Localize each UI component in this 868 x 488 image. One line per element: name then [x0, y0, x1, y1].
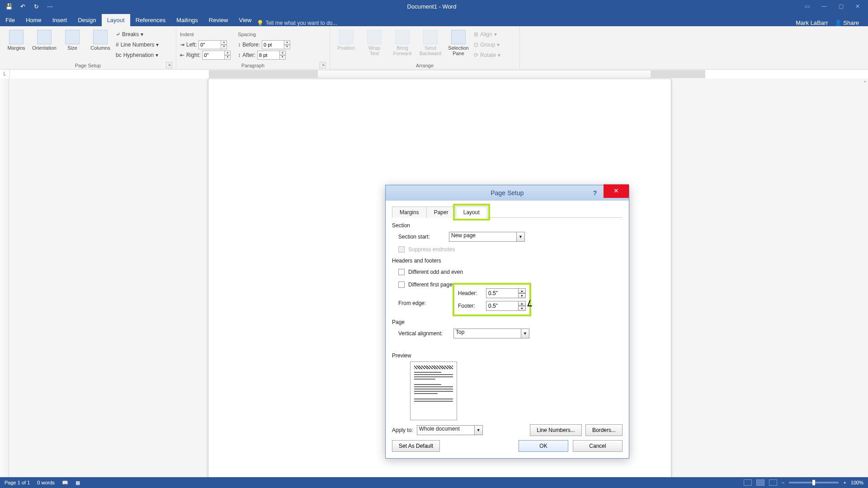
spacing-after-up[interactable]: ▲: [280, 51, 286, 55]
status-page[interactable]: Page 1 of 1: [5, 480, 30, 485]
indent-left-input[interactable]: [198, 40, 221, 49]
spacing-header: Spacing: [238, 30, 290, 39]
apply-to-combo[interactable]: Whole document▼: [417, 425, 483, 435]
ribbon-tabs: File Home Insert Design Layout Reference…: [0, 13, 868, 26]
indent-right-up[interactable]: ▲: [225, 51, 231, 55]
dialog-title-bar[interactable]: Page Setup ? ✕: [386, 185, 629, 201]
document-area: ˄ Page Setup ? ✕ Margins Paper Layout Se…: [0, 79, 868, 477]
indent-left-label: Left:: [186, 42, 197, 48]
from-edge-highlight: Header: ▲▼ Footer: ▲▼: [453, 283, 531, 316]
indent-right-down[interactable]: ▼: [225, 55, 231, 60]
minimize-icon[interactable]: —: [821, 3, 827, 9]
indent-header: Indent: [180, 30, 231, 39]
spacing-before-label: Before:: [242, 42, 260, 48]
quick-access: 💾 ↶ ↻ ⋯: [0, 3, 59, 10]
indent-right-input[interactable]: [202, 51, 225, 60]
tell-me[interactable]: 💡 Tell me what you want to do...: [257, 20, 796, 26]
spacing-after-input[interactable]: [257, 51, 280, 60]
cancel-button[interactable]: Cancel: [573, 440, 623, 452]
qat-more-icon[interactable]: ⋯: [46, 3, 53, 10]
group-label-paragraph: Paragraph: [241, 63, 264, 68]
tab-mailings[interactable]: Mailings: [171, 14, 203, 26]
zoom-in-icon[interactable]: +: [843, 480, 846, 485]
orientation-button[interactable]: Orientation: [32, 28, 57, 51]
group-label-page-setup: Page Setup: [75, 63, 101, 68]
group-label-arrange: Arrange: [416, 63, 434, 68]
vertical-ruler[interactable]: [0, 79, 9, 477]
valign-combo[interactable]: Top▼: [453, 328, 529, 338]
zoom-level[interactable]: 100%: [851, 480, 863, 485]
maximize-icon[interactable]: ▢: [839, 3, 844, 9]
spacing-after-down[interactable]: ▼: [280, 55, 286, 60]
diff-first-checkbox[interactable]: [398, 282, 405, 288]
columns-button[interactable]: Columns: [88, 28, 113, 51]
paragraph-launcher[interactable]: ⇲: [320, 62, 326, 68]
tab-review[interactable]: Review: [203, 14, 234, 26]
set-default-button[interactable]: Set As Default: [392, 440, 440, 452]
footer-down[interactable]: ▼: [519, 306, 526, 311]
dialog-title: Page Setup: [491, 189, 524, 197]
spacing-before-input[interactable]: [262, 40, 284, 49]
indent-left-down[interactable]: ▼: [221, 45, 227, 49]
ok-button[interactable]: OK: [519, 440, 568, 452]
margins-button[interactable]: Margins: [4, 28, 29, 51]
zoom-slider[interactable]: [789, 482, 839, 483]
macro-icon[interactable]: ▦: [75, 480, 80, 486]
spacing-before-up[interactable]: ▲: [284, 40, 290, 45]
tab-home[interactable]: Home: [20, 14, 47, 26]
size-button[interactable]: Size: [60, 28, 85, 51]
dialog-tab-paper[interactable]: Paper: [426, 206, 456, 218]
redo-icon[interactable]: ↻: [33, 3, 40, 10]
user-name[interactable]: Mark LaBarr: [796, 19, 828, 26]
section-start-combo[interactable]: New page▼: [449, 232, 525, 242]
header-up[interactable]: ▲: [519, 288, 526, 293]
dialog-tab-margins[interactable]: Margins: [392, 206, 427, 218]
share-button[interactable]: 👤 Share: [835, 19, 859, 26]
chevron-down-icon[interactable]: ▼: [517, 232, 525, 242]
spacing-before-down[interactable]: ▼: [284, 45, 290, 49]
status-words[interactable]: 0 words: [37, 480, 55, 485]
print-layout-icon[interactable]: [756, 479, 764, 486]
ruler-area: L: [0, 70, 868, 79]
horizontal-ruler[interactable]: [209, 70, 705, 78]
zoom-out-icon[interactable]: −: [782, 480, 784, 485]
line-numbers-dialog-button[interactable]: Line Numbers...: [530, 424, 582, 436]
chevron-down-icon[interactable]: ▼: [521, 328, 529, 338]
header-down[interactable]: ▼: [519, 293, 526, 298]
line-numbers-button[interactable]: # Line Numbers ▾: [116, 40, 159, 49]
header-input[interactable]: [486, 288, 519, 298]
close-icon[interactable]: ✕: [604, 184, 629, 198]
footer-up[interactable]: ▲: [519, 301, 526, 306]
borders-dialog-button[interactable]: Borders...: [585, 424, 623, 436]
spellcheck-icon[interactable]: 📖: [62, 480, 68, 486]
document-title: Document1 - Word: [59, 3, 805, 10]
help-icon[interactable]: ?: [590, 188, 600, 198]
web-layout-icon[interactable]: [769, 479, 777, 486]
save-icon[interactable]: 💾: [5, 3, 13, 10]
tab-insert[interactable]: Insert: [47, 14, 73, 26]
apply-to-label: Apply to:: [392, 427, 413, 433]
chevron-down-icon[interactable]: ▼: [475, 425, 483, 435]
selection-pane-button[interactable]: Selection Pane: [446, 28, 471, 56]
indent-left-up[interactable]: ▲: [221, 40, 227, 45]
diff-odd-even-checkbox[interactable]: [398, 269, 405, 275]
tab-layout[interactable]: Layout: [102, 14, 130, 26]
footer-input[interactable]: [486, 301, 519, 311]
undo-icon[interactable]: ↶: [19, 3, 26, 10]
read-mode-icon[interactable]: [744, 479, 752, 486]
page-setup-launcher[interactable]: ⇲: [166, 62, 172, 68]
diff-first-label: Different first page: [408, 282, 453, 288]
tab-design[interactable]: Design: [72, 14, 101, 26]
tab-view[interactable]: View: [233, 14, 257, 26]
tab-file[interactable]: File: [0, 14, 20, 26]
dialog-tab-layout[interactable]: Layout: [456, 206, 487, 218]
tab-selector[interactable]: L: [0, 70, 10, 79]
from-edge-label: From edge:: [398, 300, 453, 306]
ribbon-display-icon[interactable]: ▭: [805, 3, 810, 9]
preview-thumbnail: [410, 361, 457, 420]
collapse-ribbon-icon[interactable]: ˄: [864, 80, 866, 85]
hyphenation-button[interactable]: bc Hyphenation ▾: [116, 51, 159, 60]
tab-references[interactable]: References: [130, 14, 171, 26]
close-window-icon[interactable]: ✕: [855, 3, 860, 9]
breaks-button[interactable]: ⤶ Breaks ▾: [116, 30, 159, 39]
